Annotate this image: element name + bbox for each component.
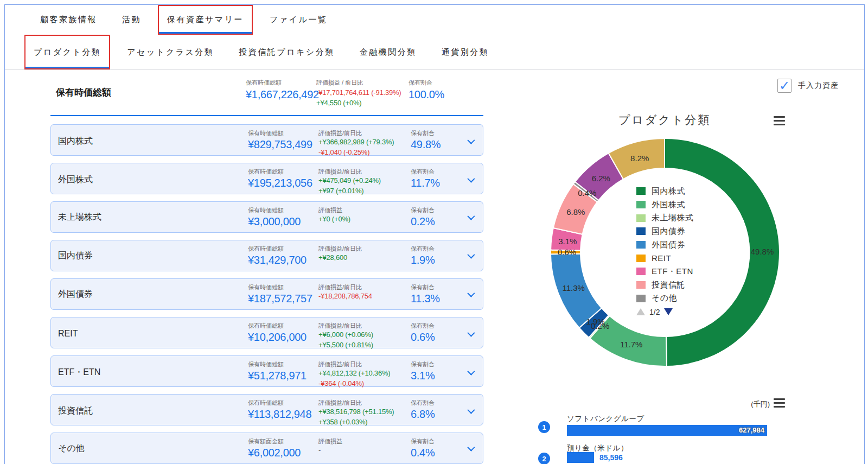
chevron-down-icon[interactable]: [467, 368, 475, 376]
card-ratio-col: 保有割合 11.7%: [411, 163, 468, 196]
bar-fill[interactable]: [567, 452, 594, 463]
content-area: 保有時価総額 保有時価総額 ¥1,667,226,492 評価損益 / 前日比 …: [5, 70, 864, 464]
card-amount-value: ¥113,812,948: [248, 408, 318, 421]
main-tab-bar: 顧客家族情報活動保有資産サマリーファイル一覧: [5, 5, 864, 35]
legend-item[interactable]: REIT: [636, 251, 694, 265]
chevron-down-icon[interactable]: [467, 213, 475, 220]
classification-tab-bar: プロダクト分類アセットクラス分類投資信託プロキシ分類金融機関分類通貨別分類: [5, 35, 864, 69]
card-amount-value: ¥6,002,000: [248, 447, 318, 459]
chevron-down-icon[interactable]: [467, 329, 475, 337]
chevron-down-icon[interactable]: [467, 406, 475, 414]
category-card: 投資信託 保有時価総額 ¥113,812,948 評価損益/前日比+¥38,51…: [50, 394, 483, 425]
legend-item[interactable]: 外国債券: [636, 238, 694, 252]
card-ratio-col: 保有割合 0.6%: [411, 317, 468, 351]
card-ratio-header: 保有割合: [411, 360, 468, 368]
card-amount-col: 保有時価総額 ¥187,572,757: [248, 279, 318, 309]
donut-segment-label: 11.3%: [562, 283, 584, 293]
legend-page-down-icon[interactable]: [664, 308, 673, 315]
sub-tab-3[interactable]: 金融機関分類: [352, 35, 425, 69]
holdings-summary-page: 顧客家族情報活動保有資産サマリーファイル一覧 プロダクト分類アセットクラス分類投…: [4, 4, 865, 464]
legend-swatch: [636, 255, 646, 262]
card-ratio-header: 保有割合: [411, 245, 468, 253]
card-pl-col: 評価損益/前日比-¥18,208,786,754: [318, 279, 411, 309]
card-amount-value: ¥10,206,000: [248, 331, 318, 344]
main-tab-0[interactable]: 顧客家族情報: [32, 5, 105, 35]
card-pl-col: 評価損益/前日比+¥366,982,989 (+79.3%)-¥1,040 (-…: [318, 125, 411, 158]
sub-tab-0[interactable]: プロダクト分類: [24, 35, 110, 69]
donut-segment-label: 8.2%: [630, 153, 649, 162]
main-tab-3[interactable]: ファイル一覧: [261, 5, 335, 35]
chevron-down-icon[interactable]: [467, 137, 475, 144]
card-ratio-col: 保有割合 6.8%: [411, 395, 468, 428]
card-amount-col: 保有時価総額 ¥51,278,971: [248, 356, 318, 389]
legend-swatch: [636, 187, 646, 195]
legend-item[interactable]: その他: [636, 292, 694, 306]
category-label: その他: [58, 443, 248, 454]
card-pl-col: 評価損益/前日比+¥4,812,132 (+10.36%)-¥364 (-0.0…: [318, 356, 411, 389]
card-pl-col: 評価損益/前日比+¥6,000 (+0.06%)+¥5,500 (+0.81%): [318, 317, 411, 351]
card-pl-line: +¥97 (+0.01%): [318, 186, 411, 196]
category-label: ETF・ETN: [58, 367, 248, 378]
card-ratio-value: 3.1%: [411, 370, 468, 382]
legend-label: 投資信託: [652, 280, 685, 290]
sub-tab-2[interactable]: 投資信託プロキシ分類: [231, 35, 342, 69]
category-label: 外国株式: [58, 174, 248, 186]
chevron-down-icon[interactable]: [467, 444, 475, 452]
category-card: 外国債券 保有時価総額 ¥187,572,757 評価損益/前日比-¥18,20…: [50, 278, 483, 310]
card-pl-line: +¥358 (+0.03%): [318, 417, 411, 428]
card-amount-col: 保有時価総額 ¥113,812,948: [248, 395, 318, 428]
checkbox-check-icon[interactable]: ✓: [777, 79, 792, 93]
legend-label: 国内株式: [652, 186, 685, 196]
category-card: 未上場株式 保有時価総額 ¥3,000,000 評価損益+¥0 (+0%) 保有…: [50, 201, 483, 233]
card-pl-line: +¥0 (+0%): [318, 214, 411, 225]
chevron-down-icon[interactable]: [467, 175, 475, 183]
total-row: 保有時価総額 保有時価総額 ¥1,667,226,492 評価損益 / 前日比 …: [50, 70, 483, 116]
card-ratio-col: 保有割合 0.4%: [411, 433, 468, 463]
donut-segment-label: 6.2%: [592, 174, 610, 183]
card-pl-line: -¥18,208,786,754: [318, 291, 411, 302]
legend-label: REIT: [652, 253, 671, 263]
card-pl-line: +¥28,600: [318, 253, 411, 263]
legend-label: 外国株式: [652, 200, 685, 210]
card-pl-col: 評価損益/前日比+¥28,600: [318, 240, 411, 271]
card-pl-header: 評価損益/前日比: [318, 283, 411, 291]
bar-chart-menu-icon[interactable]: [774, 398, 785, 408]
total-amount-value: ¥1,667,226,492: [246, 88, 316, 101]
donut-legend: 国内株式外国株式未上場株式国内債券外国債券REITETF・ETN投資信託その他1…: [636, 185, 694, 319]
bar-fill[interactable]: 627,984: [567, 425, 767, 436]
legend-item[interactable]: 国内株式: [636, 185, 694, 198]
legend-item[interactable]: 投資信託: [636, 278, 694, 292]
total-pl-header: 評価損益 / 前日比: [316, 79, 409, 87]
card-pl-line: +¥38,516,798 (+51.15%): [318, 407, 411, 417]
card-pl-col: 評価損益/前日比+¥475,049 (+0.24%)+¥97 (+0.01%): [318, 163, 411, 196]
legend-item[interactable]: ETF・ETN: [636, 265, 694, 278]
legend-swatch: [636, 268, 646, 275]
sub-tab-1[interactable]: アセットクラス分類: [119, 35, 222, 69]
card-ratio-value: 1.9%: [411, 254, 468, 266]
card-pl-line: +¥6,000 (+0.06%): [318, 330, 411, 340]
legend-swatch: [636, 295, 646, 302]
total-pl-line: -¥17,701,764,611 (-91.39%): [316, 88, 409, 98]
legend-item[interactable]: 国内債券: [636, 225, 694, 238]
donut-menu-icon[interactable]: [774, 116, 785, 125]
card-ratio-header: 保有割合: [411, 206, 468, 214]
chevron-down-icon[interactable]: [467, 251, 475, 259]
total-ratio-header: 保有割合: [409, 79, 465, 87]
main-tab-1[interactable]: 活動: [114, 5, 149, 35]
chevron-down-icon[interactable]: [467, 290, 475, 297]
manual-asset-checkbox[interactable]: ✓ 手入力資産: [777, 79, 839, 93]
category-label: 未上場株式: [58, 212, 248, 223]
category-card: 国内株式 保有時価総額 ¥829,753,499 評価損益/前日比+¥366,9…: [50, 124, 483, 156]
legend-item[interactable]: 未上場株式: [636, 211, 694, 225]
legend-swatch: [636, 201, 646, 208]
card-amount-header: 保有時価総額: [248, 168, 318, 176]
main-tab-2[interactable]: 保有資産サマリー: [158, 5, 253, 35]
card-pl-col: 評価損益/前日比+¥38,516,798 (+51.15%)+¥358 (+0.…: [318, 395, 411, 428]
category-label: REIT: [58, 329, 248, 339]
category-label: 国内債券: [58, 250, 248, 262]
card-ratio-header: 保有割合: [411, 129, 468, 137]
sub-tab-4[interactable]: 通貨別分類: [433, 35, 497, 69]
bar-value: 85,596: [599, 453, 623, 462]
legend-page-up-icon[interactable]: [636, 308, 645, 315]
legend-item[interactable]: 外国株式: [636, 198, 694, 212]
